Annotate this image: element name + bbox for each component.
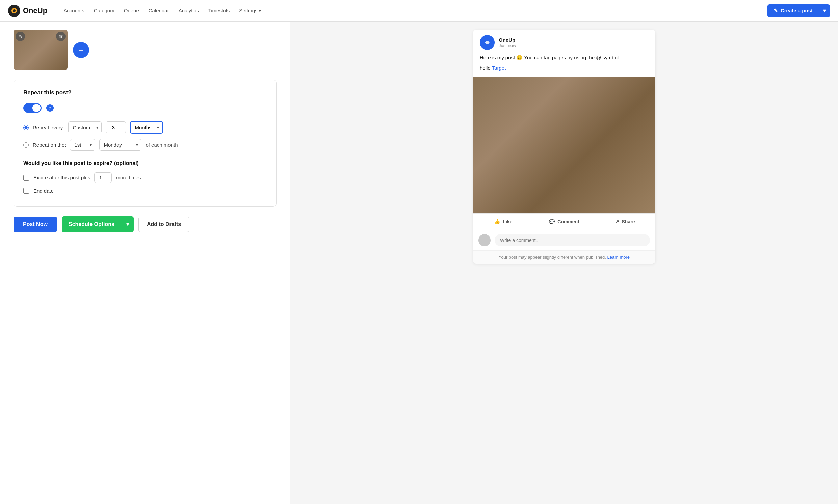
preview-post-text: Here is my post 🙂 You can tag pages by u… <box>480 54 649 62</box>
share-label: Share <box>622 219 635 224</box>
create-icon: ✎ <box>773 8 778 14</box>
toggle-row: ? <box>23 103 267 113</box>
day-select-wrapper: 1st 2nd 3rd Last ▾ <box>70 139 95 151</box>
expire-after-label: Expire after this post plus <box>33 175 90 180</box>
nav-category[interactable]: Category <box>94 8 115 14</box>
help-icon[interactable]: ? <box>46 104 54 112</box>
repeat-title: Repeat this post? <box>23 89 267 96</box>
period-select[interactable]: Months Days Weeks Years <box>131 122 162 133</box>
image-area: ✎ 🗑 + <box>14 30 277 70</box>
logo: OneUp <box>8 5 47 17</box>
end-date-row: End date <box>23 187 267 194</box>
expire-number-input[interactable] <box>94 173 112 183</box>
svg-point-1 <box>13 10 16 12</box>
of-each-month-label: of each month <box>145 142 178 148</box>
nav-queue[interactable]: Queue <box>124 8 139 14</box>
more-times-label: more times <box>116 175 141 180</box>
learn-more-link[interactable]: Learn more <box>607 255 630 260</box>
preview-avatar <box>480 35 495 50</box>
expire-section: Would you like this post to expire? (opt… <box>23 154 267 194</box>
right-panel: OneUp Just now Here is my post 🙂 You can… <box>290 22 838 504</box>
logo-icon <box>8 5 20 17</box>
nav-timeslots[interactable]: Timeslots <box>208 8 230 14</box>
nav-links: Accounts Category Queue Calendar Analyti… <box>64 8 767 14</box>
custom-select[interactable]: Custom Daily Weekly Monthly <box>68 122 102 133</box>
preview-account-info: OneUp Just now <box>499 37 516 48</box>
main-layout: ✎ 🗑 + Repeat this post? ? Repeat every: <box>0 22 838 504</box>
months-select-wrapper: Months Days Weeks Years ▾ <box>130 121 163 133</box>
repeat-toggle[interactable] <box>23 103 41 113</box>
preview-content: Here is my post 🙂 You can tag pages by u… <box>473 54 655 76</box>
nav-calendar[interactable]: Calendar <box>149 8 169 14</box>
repeat-on-radio[interactable] <box>23 142 29 148</box>
image-thumbnail: ✎ 🗑 <box>14 30 68 70</box>
logo-text: OneUp <box>23 6 47 15</box>
end-date-checkbox[interactable] <box>23 187 29 194</box>
weekday-select[interactable]: Monday Tuesday Wednesday Thursday Friday… <box>99 139 141 151</box>
repeat-every-row: Repeat every: Custom Daily Weekly Monthl… <box>23 121 267 133</box>
repeat-on-row: Repeat on the: 1st 2nd 3rd Last ▾ Monday… <box>23 139 267 151</box>
create-post-arrow[interactable]: ▾ <box>819 4 830 17</box>
navbar: OneUp Accounts Category Queue Calendar A… <box>0 0 838 22</box>
create-post-label: Create a post <box>781 8 813 14</box>
comment-input[interactable] <box>495 234 650 246</box>
post-now-button[interactable]: Post Now <box>14 217 57 232</box>
preview-card: OneUp Just now Here is my post 🙂 You can… <box>473 30 655 264</box>
schedule-options-arrow-icon[interactable]: ▾ <box>122 216 134 232</box>
repeat-card: Repeat this post? ? Repeat every: Custom… <box>14 79 277 207</box>
share-icon: ↗ <box>615 219 619 224</box>
preview-post-image <box>473 76 655 213</box>
left-panel: ✎ 🗑 + Repeat this post? ? Repeat every: <box>0 22 290 504</box>
weekday-select-wrapper: Monday Tuesday Wednesday Thursday Friday… <box>99 139 141 151</box>
preview-account-name: OneUp <box>499 37 516 43</box>
nav-accounts[interactable]: Accounts <box>64 8 84 14</box>
comment-user-avatar <box>478 234 491 246</box>
expire-after-checkbox[interactable] <box>23 175 29 181</box>
day-select[interactable]: 1st 2nd 3rd Last <box>70 139 95 151</box>
comment-label: Comment <box>557 219 579 224</box>
end-date-label: End date <box>33 188 54 194</box>
create-post-button[interactable]: ✎ Create a post ▾ <box>767 4 830 17</box>
like-icon: 👍 <box>494 219 500 224</box>
preview-actions: 👍 Like 💬 Comment ↗ Share <box>473 213 655 230</box>
image-delete-button[interactable]: 🗑 <box>56 32 66 41</box>
nav-analytics[interactable]: Analytics <box>179 8 199 14</box>
preview-footer: Your post may appear slightly different … <box>473 250 655 264</box>
comment-action[interactable]: 💬 Comment <box>534 215 595 228</box>
repeat-every-label: Repeat every: <box>33 125 64 130</box>
custom-select-wrapper: Custom Daily Weekly Monthly ▾ <box>68 122 102 133</box>
expire-title: Would you like this post to expire? (opt… <box>23 160 267 166</box>
add-image-button[interactable]: + <box>73 42 89 58</box>
add-to-drafts-button[interactable]: Add to Drafts <box>138 217 189 232</box>
bottom-buttons: Post Now Schedule Options ▾ Add to Draft… <box>14 216 277 232</box>
like-label: Like <box>503 219 512 224</box>
repeat-every-radio[interactable] <box>23 125 29 130</box>
repeat-on-label: Repeat on the: <box>33 142 66 148</box>
schedule-options-button[interactable]: Schedule Options ▾ <box>62 216 134 232</box>
preview-post-time: Just now <box>499 43 516 48</box>
nav-settings[interactable]: Settings ▾ <box>239 8 261 14</box>
image-edit-button[interactable]: ✎ <box>16 32 25 41</box>
preview-post-subtext: hello Target <box>480 65 649 72</box>
expire-after-row: Expire after this post plus more times <box>23 173 267 183</box>
share-action[interactable]: ↗ Share <box>595 215 655 228</box>
like-action[interactable]: 👍 Like <box>473 215 534 228</box>
repeat-number-input[interactable] <box>106 122 126 133</box>
settings-chevron-icon: ▾ <box>259 8 261 14</box>
preview-header: OneUp Just now <box>473 30 655 54</box>
preview-post-tag[interactable]: Target <box>492 65 506 71</box>
comment-icon: 💬 <box>549 219 555 224</box>
preview-comment-row <box>473 230 655 250</box>
schedule-options-label: Schedule Options <box>62 217 121 232</box>
